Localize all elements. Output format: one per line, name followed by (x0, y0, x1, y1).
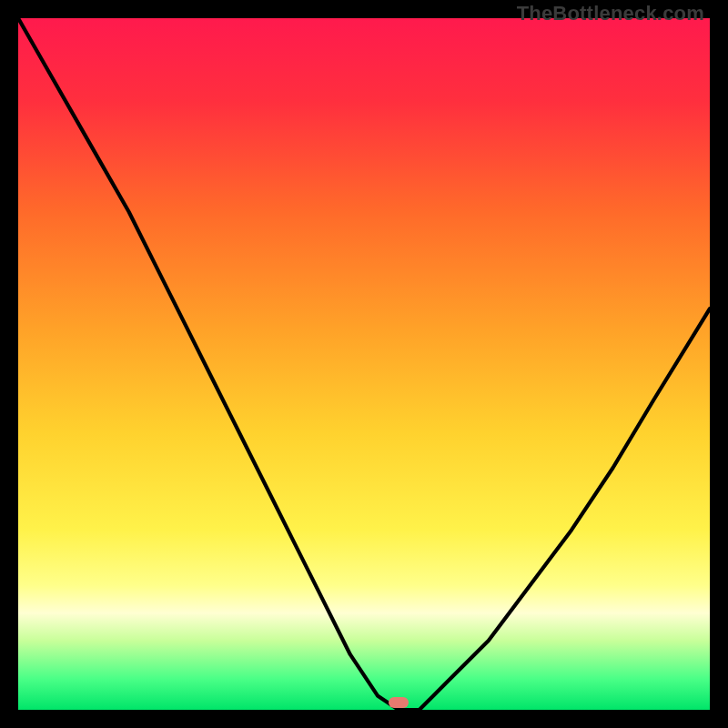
bottleneck-curve (18, 18, 710, 710)
chart-plot-area (18, 18, 710, 710)
optimal-marker (389, 697, 409, 708)
chart-stage: TheBottleneck.com (0, 0, 728, 728)
watermark-text: TheBottleneck.com (517, 2, 704, 25)
